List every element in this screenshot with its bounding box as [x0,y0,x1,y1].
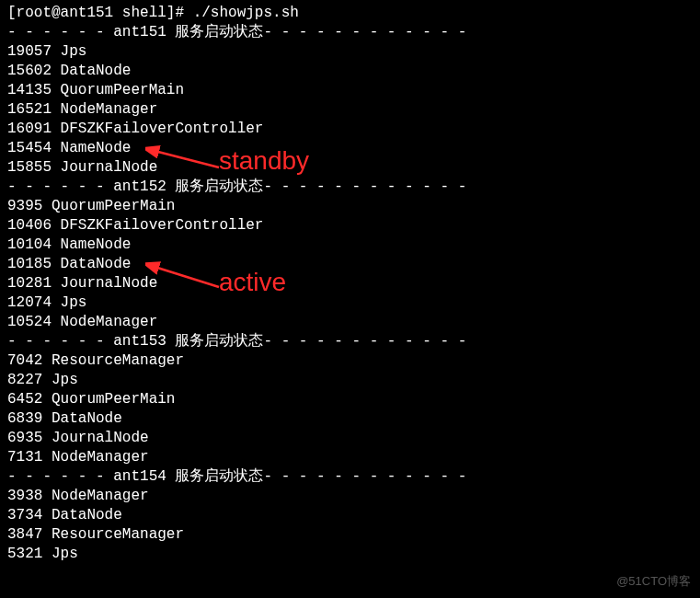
process-line: 7131 NodeManager [7,448,693,467]
process-line: 6935 JournalNode [7,429,693,448]
watermark: @51CTO博客 [616,571,691,591]
process-line: 6839 DataNode [7,409,693,429]
annotation-active: active [219,272,286,292]
process-line: 7042 ResourceManager [7,351,693,371]
section-header: - - - - - - ant153 服务启动状态- - - - - - - -… [7,332,693,351]
process-line: 5321 Jps [7,545,693,564]
process-line: 3938 NodeManager [7,487,693,506]
prompt-line: [root@ant151 shell]# ./showjps.sh [7,4,693,23]
annotation-standby: standby [219,151,309,170]
process-line: 8227 Jps [7,371,693,390]
process-line: 10281 JournalNode [7,274,693,293]
process-line: 15602 DataNode [7,62,693,81]
process-line: 16091 DFSZKFailoverController [7,120,693,139]
process-line: 15855 JournalNode [7,158,693,178]
terminal-output: [root@ant151 shell]# ./showjps.sh- - - -… [7,4,693,564]
process-line: 3734 DataNode [7,506,693,525]
process-line: 19057 Jps [7,42,693,62]
section-header: - - - - - - ant151 服务启动状态- - - - - - - -… [7,23,693,42]
process-line: 3847 ResourceManager [7,525,693,545]
process-line: 14135 QuorumPeerMain [7,81,693,100]
section-header: - - - - - - ant154 服务启动状态- - - - - - - -… [7,467,693,487]
process-line: 10185 DataNode [7,255,693,274]
process-line: 9395 QuorumPeerMain [7,197,693,216]
process-line: 16521 NodeManager [7,100,693,120]
process-line: 15454 NameNode [7,139,693,158]
process-line: 10104 NameNode [7,236,693,255]
process-line: 6452 QuorumPeerMain [7,390,693,409]
process-line: 10406 DFSZKFailoverController [7,216,693,236]
section-header: - - - - - - ant152 服务启动状态- - - - - - - -… [7,178,693,197]
process-line: 10524 NodeManager [7,313,693,332]
process-line: 12074 Jps [7,293,693,313]
